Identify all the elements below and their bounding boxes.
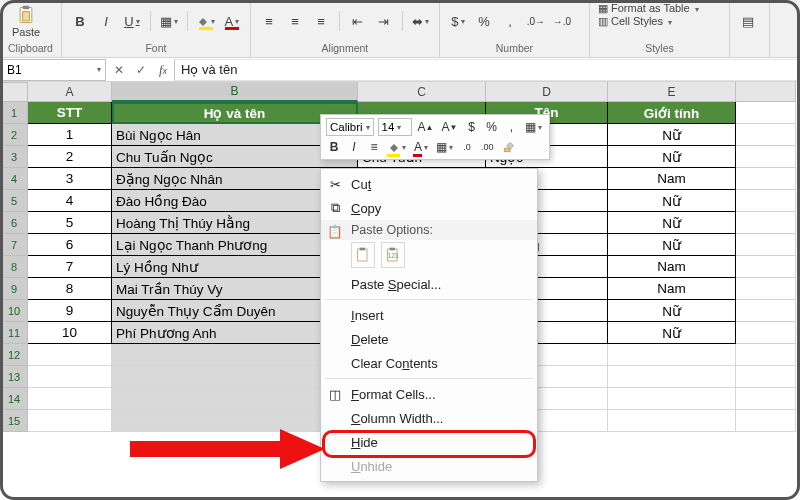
ctx-copy[interactable]: ⧉ Copy	[321, 196, 537, 220]
cell[interactable]: Nữ	[608, 300, 736, 322]
row-header[interactable]: 13	[0, 366, 28, 388]
row-header[interactable]: 15	[0, 410, 28, 432]
cancel-fx-button[interactable]: ✕	[108, 63, 130, 77]
cell[interactable]	[736, 256, 796, 278]
ctx-cut[interactable]: ✂ Cut	[321, 172, 537, 196]
row-header[interactable]: 1	[0, 102, 28, 124]
ctx-insert[interactable]: Insert	[321, 303, 537, 327]
cell[interactable]	[736, 410, 796, 432]
cell[interactable]: Nữ	[608, 212, 736, 234]
col-header-D[interactable]: D	[486, 82, 608, 102]
format-as-table-button[interactable]: ▦ Format as Table	[598, 2, 699, 15]
enter-fx-button[interactable]: ✓	[130, 63, 152, 77]
row-header[interactable]: 5	[0, 190, 28, 212]
cell[interactable]: Giới tính	[608, 102, 736, 124]
indent-dec-button[interactable]: ⇤	[348, 11, 368, 31]
ctx-format-cells[interactable]: ◫ Format Cells...	[321, 382, 537, 406]
row-header[interactable]: 11	[0, 322, 28, 344]
cell[interactable]: Nữ	[608, 190, 736, 212]
cell[interactable]: 8	[28, 278, 112, 300]
insert-cells-button[interactable]: ▤	[738, 11, 758, 31]
cell[interactable]: 6	[28, 234, 112, 256]
fill-color-button[interactable]	[196, 11, 216, 31]
grow-font-button[interactable]: A▲	[416, 118, 436, 136]
cell[interactable]	[736, 212, 796, 234]
row-header[interactable]: 7	[0, 234, 28, 256]
inc-decimal-button[interactable]: .0→	[526, 11, 546, 31]
select-all-corner[interactable]	[0, 82, 28, 102]
cell[interactable]: 5	[28, 212, 112, 234]
mini-fontcolor-button[interactable]: A	[412, 138, 430, 156]
cell[interactable]: Nam	[608, 278, 736, 300]
cell[interactable]	[28, 410, 112, 432]
mini-incdec-button[interactable]: .0	[459, 138, 475, 156]
formula-input[interactable]: Họ và tên	[174, 59, 800, 81]
align-left-button[interactable]: ≡	[259, 11, 279, 31]
mini-border-button[interactable]: ▦	[523, 118, 544, 136]
cell[interactable]: Nữ	[608, 234, 736, 256]
name-box[interactable]: B1 ▾	[2, 59, 106, 81]
cell[interactable]: 3	[28, 168, 112, 190]
mini-currency-button[interactable]: $	[463, 118, 479, 136]
italic-button[interactable]: I	[96, 11, 116, 31]
percent-button[interactable]: %	[474, 11, 494, 31]
cell[interactable]	[608, 344, 736, 366]
fx-icon[interactable]: fx	[152, 62, 174, 78]
cell[interactable]: 4	[28, 190, 112, 212]
mini-comma-button[interactable]: ,	[503, 118, 519, 136]
cell[interactable]	[736, 102, 796, 124]
cell[interactable]	[736, 344, 796, 366]
row-header[interactable]: 9	[0, 278, 28, 300]
font-color-button[interactable]: A	[222, 11, 242, 31]
indent-inc-button[interactable]: ⇥	[374, 11, 394, 31]
currency-button[interactable]: $	[448, 11, 468, 31]
mini-moreborder-button[interactable]: ▦	[434, 138, 455, 156]
col-header-E[interactable]: E	[608, 82, 736, 102]
ctx-hide[interactable]: Hide	[321, 430, 537, 454]
row-header[interactable]: 14	[0, 388, 28, 410]
cell[interactable]: Nữ	[608, 146, 736, 168]
cell[interactable]	[736, 124, 796, 146]
cell-styles-button[interactable]: ▥ Cell Styles	[598, 15, 672, 28]
col-header-C[interactable]: C	[358, 82, 486, 102]
cell[interactable]: 7	[28, 256, 112, 278]
cell[interactable]	[28, 366, 112, 388]
cell[interactable]: 10	[28, 322, 112, 344]
align-right-button[interactable]: ≡	[311, 11, 331, 31]
ctx-clear-contents[interactable]: Clear Contents	[321, 351, 537, 375]
mini-italic-button[interactable]: I	[346, 138, 362, 156]
cell[interactable]	[608, 388, 736, 410]
mini-decdec-button[interactable]: .00	[479, 138, 496, 156]
row-header[interactable]: 6	[0, 212, 28, 234]
mini-font-select[interactable]: Calibri▾	[326, 118, 374, 136]
cell[interactable]: STT	[28, 102, 112, 124]
cell[interactable]: 1	[28, 124, 112, 146]
ctx-unhide[interactable]: Unhide	[321, 454, 537, 478]
mini-percent-button[interactable]: %	[483, 118, 499, 136]
align-center-button[interactable]: ≡	[285, 11, 305, 31]
cell[interactable]	[28, 388, 112, 410]
cell[interactable]	[608, 410, 736, 432]
cell[interactable]: 9	[28, 300, 112, 322]
col-header-F[interactable]	[736, 82, 796, 102]
cell[interactable]	[736, 146, 796, 168]
dec-decimal-button[interactable]: →.0	[552, 11, 572, 31]
mini-size-select[interactable]: 14▾	[378, 118, 412, 136]
row-header[interactable]: 8	[0, 256, 28, 278]
cell[interactable]	[736, 234, 796, 256]
mini-fill-button[interactable]	[386, 138, 408, 156]
cell[interactable]	[736, 366, 796, 388]
cell[interactable]	[608, 366, 736, 388]
mini-formatpainter-button[interactable]	[500, 138, 518, 156]
paste-button[interactable]: Paste	[8, 4, 44, 38]
cell[interactable]	[736, 322, 796, 344]
cell[interactable]	[736, 388, 796, 410]
paste-opt-default[interactable]	[351, 242, 375, 268]
col-header-B[interactable]: B	[112, 82, 358, 102]
merge-button[interactable]: ⬌	[411, 11, 431, 31]
cell[interactable]: Nam	[608, 168, 736, 190]
cell[interactable]: Nữ	[608, 124, 736, 146]
mini-align-button[interactable]: ≡	[366, 138, 382, 156]
comma-button[interactable]: ,	[500, 11, 520, 31]
border-button[interactable]: ▦	[159, 11, 179, 31]
